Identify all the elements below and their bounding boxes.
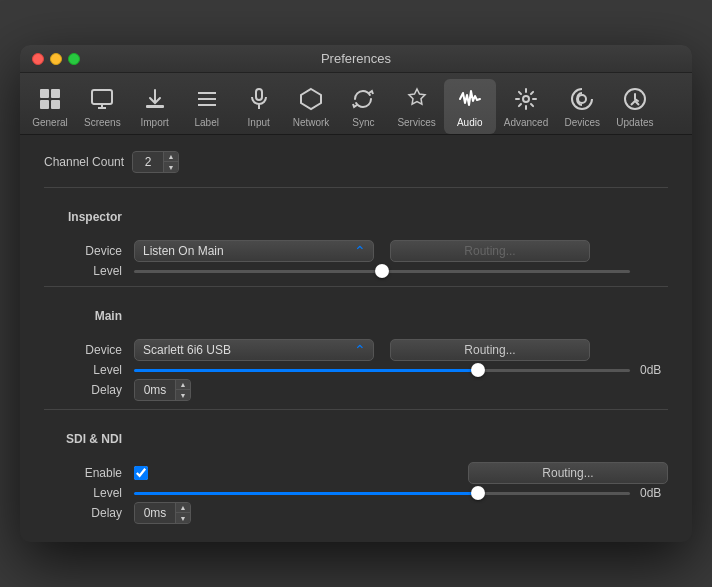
toolbar-item-updates[interactable]: Updates — [608, 79, 661, 134]
preferences-window: Preferences General Screens Import — [20, 45, 692, 542]
toolbar-item-network[interactable]: Network — [285, 79, 338, 134]
sdi-delay-row: Delay ▲ ▼ — [44, 502, 668, 524]
services-label: Services — [397, 117, 435, 128]
updates-label: Updates — [616, 117, 653, 128]
svg-point-13 — [578, 95, 586, 103]
close-button[interactable] — [32, 53, 44, 65]
window-title: Preferences — [321, 51, 391, 66]
channel-count-row: Channel Count ▲ ▼ — [44, 151, 668, 173]
sdi-delay-down-button[interactable]: ▼ — [176, 513, 190, 523]
updates-icon — [619, 83, 651, 115]
screens-label: Screens — [84, 117, 121, 128]
toolbar: General Screens Import Label — [20, 73, 692, 135]
main-delay-value[interactable] — [135, 381, 175, 399]
inspector-routing-button[interactable]: Routing... — [390, 240, 590, 262]
sdi-title: SDI & NDI — [44, 432, 134, 446]
advanced-icon — [510, 83, 542, 115]
main-delay-stepper[interactable]: ▲ ▼ — [134, 379, 191, 401]
main-delay-label: Delay — [44, 383, 134, 397]
toolbar-item-general[interactable]: General — [24, 79, 76, 134]
toolbar-item-screens[interactable]: Screens — [76, 79, 129, 134]
sdi-level-slider-container: 0dB — [134, 486, 668, 500]
sdi-level-label: Level — [44, 486, 134, 500]
audio-label: Audio — [457, 117, 483, 128]
devices-label: Devices — [564, 117, 600, 128]
content-area: Channel Count ▲ ▼ Inspector Device Liste… — [20, 135, 692, 542]
divider-sdi — [44, 409, 668, 410]
maximize-button[interactable] — [68, 53, 80, 65]
stepper-up-button[interactable]: ▲ — [164, 152, 178, 162]
toolbar-item-import[interactable]: Import — [129, 79, 181, 134]
label-icon — [191, 83, 223, 115]
sdi-level-row: Level 0dB — [44, 486, 668, 500]
main-delay-stepper-buttons: ▲ ▼ — [175, 380, 190, 400]
sdi-routing-button[interactable]: Routing... — [468, 462, 668, 484]
inspector-section-header: Inspector — [44, 196, 668, 232]
divider-inspector — [44, 187, 668, 188]
inspector-level-slider[interactable] — [134, 270, 630, 273]
main-level-slider[interactable] — [134, 369, 630, 372]
devices-icon — [566, 83, 598, 115]
toolbar-item-sync[interactable]: Sync — [337, 79, 389, 134]
network-icon — [295, 83, 327, 115]
minimize-button[interactable] — [50, 53, 62, 65]
input-icon — [243, 83, 275, 115]
divider-main — [44, 286, 668, 287]
svg-rect-2 — [40, 100, 49, 109]
inspector-level-slider-container — [134, 270, 668, 273]
import-icon — [139, 83, 171, 115]
svg-rect-1 — [51, 89, 60, 98]
svg-rect-3 — [51, 100, 60, 109]
main-routing-container: Routing... — [390, 339, 590, 361]
sdi-delay-stepper[interactable]: ▲ ▼ — [134, 502, 191, 524]
inspector-device-select[interactable]: Listen On Main — [134, 240, 374, 262]
inspector-routing-container: Routing... — [390, 240, 590, 262]
sdi-level-value: 0dB — [640, 486, 668, 500]
services-icon — [401, 83, 433, 115]
sdi-delay-value[interactable] — [135, 504, 175, 522]
sdi-section-header: SDI & NDI — [44, 418, 668, 454]
toolbar-item-advanced[interactable]: Advanced — [496, 79, 556, 134]
sdi-delay-label: Delay — [44, 506, 134, 520]
main-delay-row: Delay ▲ ▼ — [44, 379, 668, 401]
main-routing-button[interactable]: Routing... — [390, 339, 590, 361]
main-device-label: Device — [44, 343, 134, 357]
toolbar-item-devices[interactable]: Devices — [556, 79, 608, 134]
sync-label: Sync — [352, 117, 374, 128]
label-label: Label — [194, 117, 218, 128]
main-level-row: Level 0dB — [44, 363, 668, 377]
inspector-level-row: Level — [44, 264, 668, 278]
main-device-select[interactable]: Scarlett 6i6 USB — [134, 339, 374, 361]
main-delay-down-button[interactable]: ▼ — [176, 390, 190, 400]
stepper-down-button[interactable]: ▼ — [164, 162, 178, 172]
toolbar-item-services[interactable]: Services — [389, 79, 443, 134]
channel-count-value[interactable] — [133, 153, 163, 171]
toolbar-item-input[interactable]: Input — [233, 79, 285, 134]
main-section-header: Main — [44, 295, 668, 331]
toolbar-item-audio[interactable]: Audio — [444, 79, 496, 134]
inspector-title: Inspector — [44, 210, 134, 224]
channel-count-label: Channel Count — [44, 155, 124, 169]
sync-icon — [347, 83, 379, 115]
sdi-level-slider[interactable] — [134, 492, 630, 495]
channel-count-stepper[interactable]: ▲ ▼ — [132, 151, 179, 173]
svg-rect-0 — [40, 89, 49, 98]
main-level-slider-container: 0dB — [134, 363, 668, 377]
screens-icon — [86, 83, 118, 115]
sdi-delay-stepper-buttons: ▲ ▼ — [175, 503, 190, 523]
sdi-enable-label: Enable — [44, 466, 134, 480]
main-title: Main — [44, 309, 134, 323]
network-label: Network — [293, 117, 330, 128]
inspector-level-label: Level — [44, 264, 134, 278]
general-label: General — [32, 117, 68, 128]
svg-rect-4 — [92, 90, 112, 104]
sdi-delay-up-button[interactable]: ▲ — [176, 503, 190, 513]
inspector-device-select-container: Listen On Main ⌃ — [134, 240, 374, 262]
inspector-device-row: Device Listen On Main ⌃ Routing... — [44, 240, 668, 262]
audio-icon — [454, 83, 486, 115]
toolbar-item-label[interactable]: Label — [181, 79, 233, 134]
main-delay-up-button[interactable]: ▲ — [176, 380, 190, 390]
sdi-enable-checkbox[interactable] — [134, 466, 148, 480]
stepper-buttons: ▲ ▼ — [163, 152, 178, 172]
main-device-row: Device Scarlett 6i6 USB ⌃ Routing... — [44, 339, 668, 361]
